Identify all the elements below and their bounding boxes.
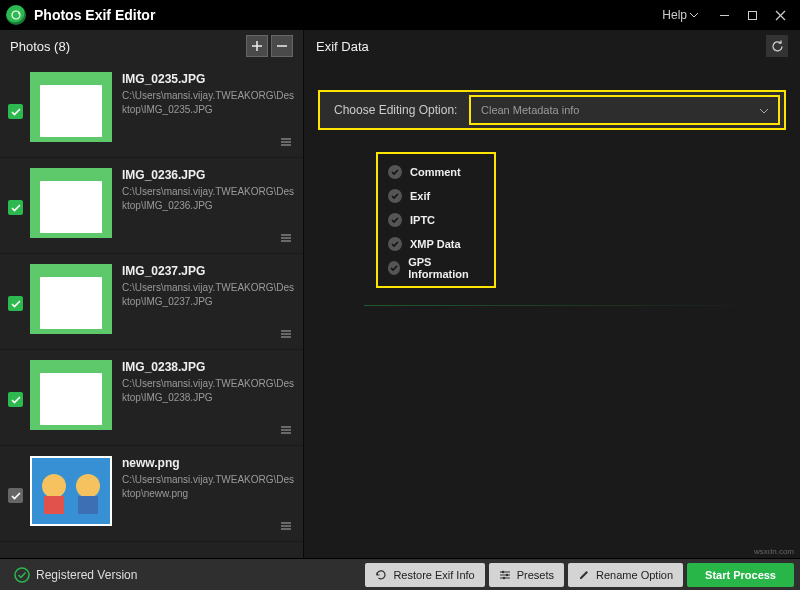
menu-icon bbox=[279, 521, 293, 531]
metadata-check-label: Comment bbox=[410, 166, 461, 178]
editing-option-label: Choose Editing Option: bbox=[334, 103, 469, 117]
maximize-button[interactable] bbox=[738, 1, 766, 29]
svg-rect-23 bbox=[44, 496, 64, 514]
file-path: C:\Users\mansi.vijay.TWEAKORG\Desktop\IM… bbox=[122, 89, 295, 116]
item-checkbox[interactable] bbox=[8, 104, 24, 119]
exif-panel-header: Exif Data bbox=[304, 30, 800, 62]
check-circle-icon bbox=[388, 261, 400, 275]
item-menu-button[interactable] bbox=[279, 517, 293, 535]
svg-point-34 bbox=[505, 573, 508, 576]
metadata-check-label: IPTC bbox=[410, 214, 435, 226]
metadata-check-row[interactable]: Comment bbox=[388, 160, 484, 184]
metadata-check-row[interactable]: XMP Data bbox=[388, 232, 484, 256]
refresh-icon bbox=[771, 40, 784, 53]
svg-point-33 bbox=[501, 570, 504, 573]
thumbnail bbox=[30, 72, 112, 142]
file-path: C:\Users\mansi.vijay.TWEAKORG\Desktop\ne… bbox=[122, 473, 295, 500]
file-path: C:\Users\mansi.vijay.TWEAKORG\Desktop\IM… bbox=[122, 377, 295, 404]
item-menu-button[interactable] bbox=[279, 133, 293, 151]
start-process-button[interactable]: Start Process bbox=[687, 563, 794, 587]
item-menu-button[interactable] bbox=[279, 325, 293, 343]
editing-option-dropdown[interactable]: Clean Metadata info bbox=[469, 95, 780, 125]
plus-icon bbox=[251, 40, 263, 52]
remove-photo-button[interactable] bbox=[271, 35, 293, 57]
minus-icon bbox=[276, 40, 288, 52]
photos-panel: Photos (8) IMG_0235.JPGC:\Users\mansi.vi… bbox=[0, 30, 304, 558]
metadata-check-row[interactable]: Exif bbox=[388, 184, 484, 208]
list-item[interactable]: neww.pngC:\Users\mansi.vijay.TWEAKORG\De… bbox=[0, 446, 303, 542]
presets-label: Presets bbox=[517, 569, 554, 581]
file-path: C:\Users\mansi.vijay.TWEAKORG\Desktop\IM… bbox=[122, 281, 295, 308]
list-item[interactable]: IMG_0236.JPGC:\Users\mansi.vijay.TWEAKOR… bbox=[0, 158, 303, 254]
editing-option-value: Clean Metadata info bbox=[481, 104, 579, 116]
item-checkbox[interactable] bbox=[8, 488, 24, 503]
help-menu[interactable]: Help bbox=[662, 8, 698, 22]
menu-icon bbox=[279, 329, 293, 339]
file-name: IMG_0236.JPG bbox=[122, 168, 295, 182]
metadata-check-label: XMP Data bbox=[410, 238, 461, 250]
pencil-icon bbox=[578, 569, 590, 581]
file-name: neww.png bbox=[122, 456, 295, 470]
app-title: Photos Exif Editor bbox=[34, 7, 662, 23]
restore-exif-label: Restore Exif Info bbox=[393, 569, 474, 581]
file-meta: IMG_0236.JPGC:\Users\mansi.vijay.TWEAKOR… bbox=[122, 168, 295, 247]
thumbnail bbox=[30, 360, 112, 430]
list-item[interactable]: IMG_0235.JPGC:\Users\mansi.vijay.TWEAKOR… bbox=[0, 62, 303, 158]
check-circle-icon bbox=[388, 165, 402, 179]
menu-icon bbox=[279, 425, 293, 435]
metadata-check-label: Exif bbox=[410, 190, 430, 202]
registered-version-badge: Registered Version bbox=[4, 559, 147, 590]
refresh-button[interactable] bbox=[766, 35, 788, 57]
item-menu-button[interactable] bbox=[279, 229, 293, 247]
add-photo-button[interactable] bbox=[246, 35, 268, 57]
file-meta: neww.pngC:\Users\mansi.vijay.TWEAKORG\De… bbox=[122, 456, 295, 535]
restore-exif-button[interactable]: Restore Exif Info bbox=[365, 563, 484, 587]
metadata-checklist: CommentExifIPTCXMP DataGPS Information bbox=[376, 152, 496, 288]
chevron-down-icon bbox=[760, 104, 768, 116]
photos-panel-header: Photos (8) bbox=[0, 30, 303, 62]
close-button[interactable] bbox=[766, 1, 794, 29]
rename-option-button[interactable]: Rename Option bbox=[568, 563, 683, 587]
svg-rect-3 bbox=[748, 11, 756, 19]
item-checkbox[interactable] bbox=[8, 200, 24, 215]
help-label: Help bbox=[662, 8, 687, 22]
footer-bar: Registered Version Restore Exif Info Pre… bbox=[0, 558, 800, 590]
exif-header-label: Exif Data bbox=[316, 39, 766, 54]
file-name: IMG_0237.JPG bbox=[122, 264, 295, 278]
list-item[interactable]: IMG_0238.JPGC:\Users\mansi.vijay.TWEAKOR… bbox=[0, 350, 303, 446]
list-item[interactable]: IMG_0237.JPGC:\Users\mansi.vijay.TWEAKOR… bbox=[0, 254, 303, 350]
minimize-button[interactable] bbox=[710, 1, 738, 29]
item-checkbox[interactable] bbox=[8, 392, 24, 407]
file-name: IMG_0238.JPG bbox=[122, 360, 295, 374]
editing-option-row: Choose Editing Option: Clean Metadata in… bbox=[318, 90, 786, 130]
metadata-check-row[interactable]: IPTC bbox=[388, 208, 484, 232]
svg-point-22 bbox=[42, 474, 66, 498]
item-checkbox[interactable] bbox=[8, 296, 24, 311]
start-process-label: Start Process bbox=[705, 569, 776, 581]
watermark: wsxdn.com bbox=[754, 547, 794, 556]
photos-list[interactable]: IMG_0235.JPGC:\Users\mansi.vijay.TWEAKOR… bbox=[0, 62, 303, 558]
menu-icon bbox=[279, 137, 293, 147]
registered-version-label: Registered Version bbox=[36, 568, 137, 582]
photos-count-label: Photos (8) bbox=[10, 39, 243, 54]
restore-icon bbox=[375, 569, 387, 581]
check-circle-icon bbox=[388, 213, 402, 227]
svg-point-1 bbox=[18, 12, 20, 14]
svg-point-35 bbox=[502, 576, 505, 579]
file-path: C:\Users\mansi.vijay.TWEAKORG\Desktop\IM… bbox=[122, 185, 295, 212]
title-bar: Photos Exif Editor Help bbox=[0, 0, 800, 30]
svg-rect-25 bbox=[78, 496, 98, 514]
presets-button[interactable]: Presets bbox=[489, 563, 564, 587]
exif-panel: Exif Data Choose Editing Option: Clean M… bbox=[304, 30, 800, 558]
file-meta: IMG_0235.JPGC:\Users\mansi.vijay.TWEAKOR… bbox=[122, 72, 295, 151]
thumbnail bbox=[30, 456, 112, 526]
item-menu-button[interactable] bbox=[279, 421, 293, 439]
thumbnail bbox=[30, 168, 112, 238]
chevron-down-icon bbox=[690, 13, 698, 18]
svg-point-29 bbox=[15, 568, 29, 582]
metadata-check-label: GPS Information bbox=[408, 256, 484, 280]
metadata-check-row[interactable]: GPS Information bbox=[388, 256, 484, 280]
check-circle-icon bbox=[14, 567, 30, 583]
thumbnail bbox=[30, 264, 112, 334]
divider bbox=[364, 305, 764, 306]
